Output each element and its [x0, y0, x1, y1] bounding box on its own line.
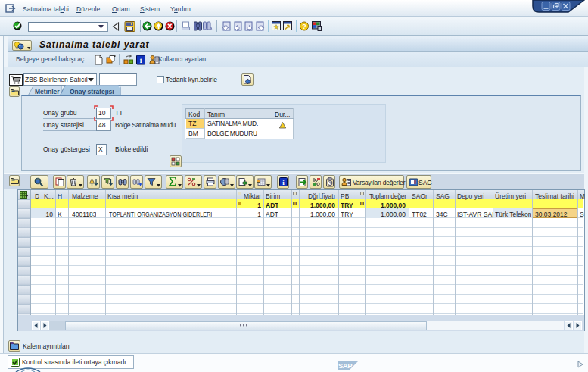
- svg-text:SAP: SAP: [338, 361, 353, 370]
- svg-text:?: ?: [302, 23, 306, 30]
- svg-text:i: i: [140, 57, 142, 64]
